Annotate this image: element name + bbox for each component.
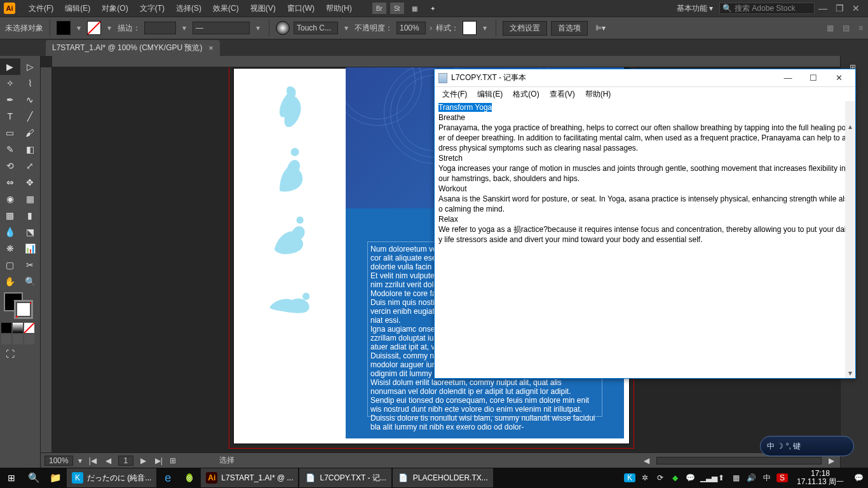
menu-view[interactable]: 视图(V): [245, 3, 281, 14]
style-swatch[interactable]: [463, 21, 477, 35]
type-tool[interactable]: T: [0, 108, 20, 125]
network-icon[interactable]: ▁▃▅: [700, 473, 712, 482]
artboard-tool[interactable]: ▢: [0, 257, 20, 273]
menu-type[interactable]: 文字(T): [134, 3, 170, 14]
stock-icon[interactable]: St: [390, 3, 404, 14]
gradient-mode-icon[interactable]: [13, 323, 23, 333]
menu-window[interactable]: 窗口(W): [281, 3, 320, 14]
tray-icon[interactable]: K: [624, 473, 635, 482]
menu-select[interactable]: 选择(S): [170, 3, 207, 14]
screen-mode-tool[interactable]: ⛶: [0, 346, 20, 362]
chevron-down-icon[interactable]: ▾: [342, 24, 351, 32]
file-explorer-icon[interactable]: 📁: [44, 468, 66, 488]
tray-icon[interactable]: S: [776, 473, 788, 482]
eyedropper-tool[interactable]: 💧: [0, 224, 20, 240]
next-artboard-button[interactable]: ▶: [139, 456, 148, 465]
none-mode-icon[interactable]: [24, 323, 34, 333]
workspace-switcher[interactable]: 基本功能 ▾: [670, 3, 719, 14]
document-tab[interactable]: L7START_1.AI* @ 100% (CMYK/GPU 预览) ×: [46, 40, 220, 56]
prev-artboard-button[interactable]: ◀: [104, 456, 113, 465]
line-tool[interactable]: ╱: [20, 108, 41, 125]
symbol-sprayer-tool[interactable]: ❋: [0, 240, 20, 257]
taskbar-task-browser[interactable]: ◎: [179, 468, 200, 488]
draw-normal-icon[interactable]: [1, 334, 11, 344]
menu-help[interactable]: 帮助(H): [320, 3, 358, 14]
menu-effect[interactable]: 效果(C): [207, 3, 245, 14]
lasso-tool[interactable]: ⌇: [20, 75, 41, 92]
slice-tool[interactable]: ✂: [20, 257, 41, 273]
scale-tool[interactable]: ⤢: [20, 158, 41, 174]
artboard-number-field[interactable]: 1: [118, 456, 133, 466]
panel-menu-icon[interactable]: ≡: [858, 24, 863, 32]
chevron-down-icon[interactable]: ▾: [74, 24, 83, 32]
scroll-left-button[interactable]: ◀: [642, 456, 651, 465]
mesh-tool[interactable]: ▩: [0, 207, 20, 224]
graph-tool[interactable]: 📊: [20, 240, 41, 257]
notepad-menu-format[interactable]: 格式(O): [508, 89, 544, 100]
selection-tool[interactable]: ▶: [0, 58, 20, 75]
notepad-menu-view[interactable]: 查看(V): [545, 89, 580, 100]
taskbar-clock[interactable]: 17:18 17.11.13 周一: [792, 470, 849, 486]
search-stock-input[interactable]: 🔍 搜索 Adobe Stock: [719, 3, 815, 14]
chevron-down-icon[interactable]: ▾: [254, 24, 262, 32]
chevron-down-icon[interactable]: ▾: [78, 456, 82, 465]
rectangle-tool[interactable]: ▭: [0, 125, 20, 141]
magic-wand-tool[interactable]: ✧: [0, 75, 20, 92]
brush-swatch[interactable]: [276, 21, 290, 35]
align-icon[interactable]: ⊫▾: [595, 24, 606, 32]
scroll-up-icon[interactable]: ▴: [845, 121, 855, 132]
stroke-swatch[interactable]: [87, 21, 101, 35]
chevron-down-icon[interactable]: ▾: [180, 24, 189, 32]
pen-tool[interactable]: ✒: [0, 92, 20, 108]
shaper-tool[interactable]: ✎: [0, 141, 20, 158]
zoom-field[interactable]: 100%: [44, 456, 73, 466]
eraser-tool[interactable]: ◧: [20, 141, 41, 158]
chevron-right-icon[interactable]: ›: [430, 24, 432, 32]
bridge-icon[interactable]: Br: [372, 3, 386, 14]
notepad-titlebar[interactable]: L7COPY.TXT - 记事本 — ☐ ✕: [435, 69, 855, 87]
horizontal-scrollbar[interactable]: [656, 457, 822, 464]
brush-field[interactable]: Touch C...: [294, 22, 338, 34]
direct-selection-tool[interactable]: ▷: [20, 58, 41, 75]
fill-stroke-panel[interactable]: [3, 292, 37, 320]
notepad-close-button[interactable]: ✕: [826, 73, 851, 83]
arrange-icon[interactable]: ▦: [408, 3, 422, 14]
scroll-down-icon[interactable]: ▾: [845, 368, 855, 378]
notepad-textarea[interactable]: Transform Yoga Breathe Pranayama, the yo…: [435, 101, 855, 378]
curvature-tool[interactable]: ∿: [20, 92, 41, 108]
window-minimize-button[interactable]: —: [815, 3, 831, 13]
opacity-field[interactable]: 100%: [397, 22, 426, 34]
doc-setup-button[interactable]: 文档设置: [503, 21, 547, 36]
panel-icon[interactable]: ▤: [843, 24, 850, 32]
taskbar-task-notepad-2[interactable]: 📄PLACEHOLDER.TX...: [393, 468, 493, 487]
free-transform-tool[interactable]: ✥: [20, 174, 41, 191]
taskbar-task-illustrator[interactable]: AiL7START_1.AI* @ ...: [201, 468, 298, 487]
zoom-tool[interactable]: 🔍: [20, 273, 41, 290]
width-tool[interactable]: ⇔: [0, 174, 20, 191]
color-mode-icon[interactable]: [1, 323, 11, 333]
notepad-menu-help[interactable]: 帮助(H): [580, 89, 616, 100]
notepad-minimize-button[interactable]: —: [775, 73, 801, 83]
tray-icon[interactable]: ▦: [731, 473, 742, 482]
stroke-color[interactable]: [14, 300, 33, 319]
notepad-scrollbar[interactable]: ▴ ▾: [845, 101, 855, 378]
panel-icon[interactable]: ▦: [827, 24, 834, 32]
notepad-maximize-button[interactable]: ☐: [801, 73, 826, 83]
notepad-menu-file[interactable]: 文件(F): [437, 89, 472, 100]
search-icon[interactable]: 🔍: [23, 468, 44, 488]
artboard-nav-icon[interactable]: ⊞: [170, 456, 176, 465]
paintbrush-tool[interactable]: 🖌: [20, 125, 41, 141]
horizontal-ruler[interactable]: [52, 56, 840, 67]
first-artboard-button[interactable]: |◀: [87, 456, 98, 465]
blend-tool[interactable]: ⬔: [20, 224, 41, 240]
perspective-tool[interactable]: ▦: [20, 191, 41, 207]
notepad-menu-edit[interactable]: 编辑(E): [472, 89, 508, 100]
stroke-weight-field[interactable]: [144, 22, 176, 34]
tab-close-button[interactable]: ×: [208, 44, 213, 53]
last-artboard-button[interactable]: ▶|: [153, 456, 165, 465]
tray-icon[interactable]: ⬆: [715, 473, 727, 482]
stroke-profile-field[interactable]: —: [193, 22, 250, 34]
scroll-right-button[interactable]: ▶: [827, 456, 836, 465]
tray-icon[interactable]: ⟳: [654, 473, 666, 482]
fill-swatch[interactable]: [57, 21, 71, 35]
